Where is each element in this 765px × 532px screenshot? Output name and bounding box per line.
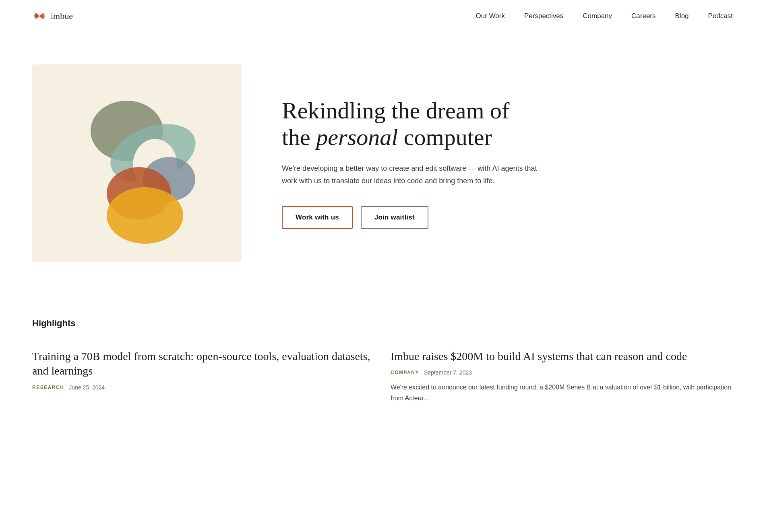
logo-icon: [32, 9, 47, 23]
highlight-card-1: Training a 70B model from scratch: open-…: [32, 349, 374, 404]
work-with-us-button[interactable]: Work with us: [282, 206, 353, 229]
highlight-card-2-title[interactable]: Imbue raises $200M to build AI systems t…: [391, 349, 733, 364]
logo-text: imbue: [51, 11, 73, 21]
highlight-card-2: Imbue raises $200M to build AI systems t…: [391, 349, 733, 404]
hero-description: We're developing a better way to create …: [282, 162, 540, 187]
hero-buttons: Work with us Join waitlist: [282, 206, 540, 229]
highlight-card-2-meta: COMPANY September 7, 2023: [391, 369, 733, 376]
hero-title: Rekindling the dream of the personal com…: [282, 97, 540, 151]
logo-link[interactable]: imbue: [32, 9, 73, 23]
hero-illustration: [32, 64, 242, 262]
svg-point-5: [107, 187, 183, 244]
highlights-dividers: [32, 336, 733, 336]
nav-links: Our Work Perspectives Company Careers Bl…: [476, 12, 733, 20]
hero-content: Rekindling the dream of the personal com…: [282, 97, 540, 229]
nav-company[interactable]: Company: [583, 12, 612, 20]
join-waitlist-button[interactable]: Join waitlist: [361, 206, 428, 229]
highlights-grid: Training a 70B model from scratch: open-…: [32, 349, 733, 404]
nav-podcast[interactable]: Podcast: [708, 12, 733, 20]
highlight-card-1-tag: RESEARCH: [32, 385, 64, 390]
highlight-card-1-title[interactable]: Training a 70B model from scratch: open-…: [32, 349, 374, 379]
nav-perspectives[interactable]: Perspectives: [524, 12, 563, 20]
highlights-section: Highlights Training a 70B model from scr…: [0, 294, 765, 420]
highlights-title: Highlights: [32, 318, 733, 329]
nav-blog[interactable]: Blog: [675, 12, 689, 20]
navbar: imbue Our Work Perspectives Company Care…: [0, 0, 765, 32]
highlight-card-2-excerpt: We're excited to announce our latest fun…: [391, 382, 733, 404]
nav-careers[interactable]: Careers: [631, 12, 655, 20]
highlight-card-1-meta: RESEARCH June 25, 2024: [32, 384, 374, 391]
hero-svg: [60, 79, 213, 248]
highlight-card-2-date: September 7, 2023: [424, 369, 472, 376]
divider-left: [32, 336, 374, 336]
highlight-card-2-tag: COMPANY: [391, 370, 419, 375]
divider-right: [391, 336, 733, 336]
highlight-card-1-date: June 25, 2024: [69, 384, 105, 391]
nav-our-work[interactable]: Our Work: [476, 12, 505, 20]
hero-section: Rekindling the dream of the personal com…: [0, 32, 765, 294]
